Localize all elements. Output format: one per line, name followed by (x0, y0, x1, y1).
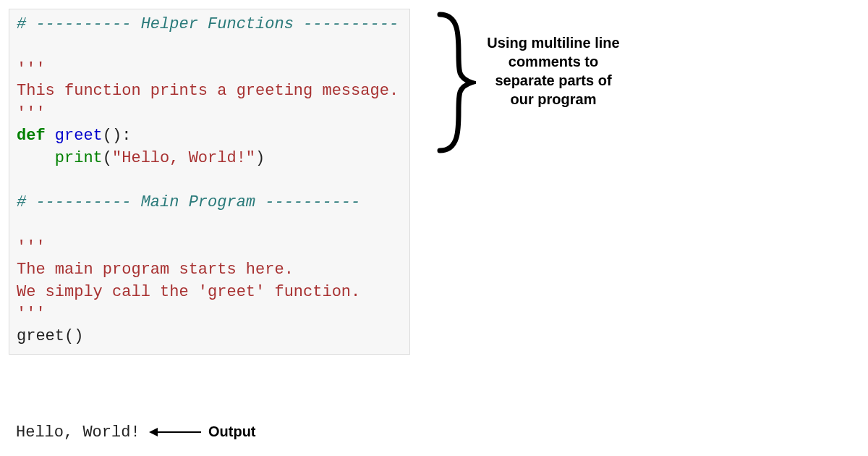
output-label: Output (208, 423, 256, 440)
output-text: Hello, World! (16, 423, 140, 442)
caption-text: Using multiline line comments to separat… (485, 33, 622, 109)
docstring-close-2: ''' (17, 305, 46, 323)
call-greet: greet() (17, 327, 83, 345)
docstring-body-2a: The main program starts here. (17, 261, 294, 279)
section-comment-1: # ---------- Helper Functions ---------- (17, 15, 399, 33)
docstring-body-2b: We simply call the 'greet' function. (17, 283, 360, 301)
def-keyword: def (17, 127, 46, 145)
curly-brace-icon (425, 10, 476, 155)
docstring-body-1: This function prints a greeting message. (17, 82, 399, 100)
docstring-open-1: ''' (17, 60, 46, 78)
code-block: # ---------- Helper Functions ----------… (9, 9, 410, 355)
print-arg: "Hello, World!" (112, 149, 255, 167)
function-name: greet (55, 127, 103, 145)
print-builtin: print (55, 149, 103, 167)
docstring-close-1: ''' (17, 104, 46, 122)
paren-open: ( (103, 149, 112, 167)
section-comment-2: # ---------- Main Program ---------- (17, 193, 360, 211)
arrow-left-icon (150, 431, 201, 433)
def-parens: (): (103, 127, 132, 145)
docstring-open-2: ''' (17, 238, 46, 256)
indent (17, 149, 55, 167)
paren-close: ) (255, 149, 265, 167)
